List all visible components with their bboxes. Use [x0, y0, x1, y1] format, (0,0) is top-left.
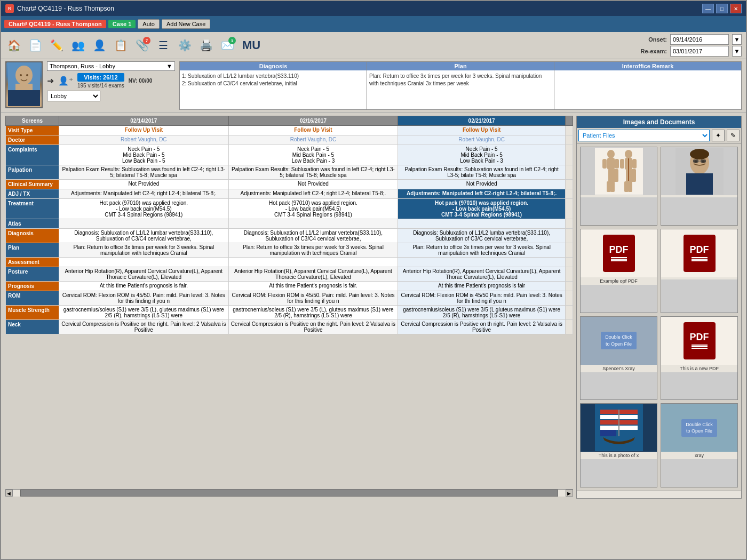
new-document-button[interactable]: 📄 — [27, 37, 44, 54]
attachment-button[interactable]: 📎 7 — [133, 37, 150, 54]
spencers-xray-thumb[interactable]: Double Clickto Open File Spencer's Xray — [580, 316, 657, 401]
cell-col1[interactable]: Diagnosis: Subluxation of L1/L2 lumbar v… — [59, 229, 229, 243]
row-label: ROM — [6, 291, 59, 306]
minimize-button[interactable]: — — [702, 4, 714, 13]
lobby-select[interactable]: Lobby — [47, 91, 100, 101]
cell-col3[interactable]: At this time Patient's prognosis is fair — [398, 282, 566, 291]
onset-dropdown[interactable]: ▼ — [732, 34, 742, 45]
pdf-thumb-2[interactable]: PDF — [661, 229, 738, 313]
mail-button[interactable]: ✉️ 1 — [219, 37, 236, 54]
horizontal-scrollbar[interactable]: ◄ ► — [5, 489, 573, 497]
cell-col2[interactable]: Diagnosis: Subluxation of L1/L2 lumbar v… — [228, 229, 398, 243]
cell-col2[interactable] — [228, 219, 398, 229]
cell-col3[interactable] — [398, 258, 566, 267]
pdf-thumb-1[interactable]: PDF Example opf PDF — [580, 229, 657, 313]
nv-label: NV: 00/00 — [129, 78, 152, 84]
chart-tag[interactable]: Chart# QC4119 - Russ Thompson — [4, 20, 106, 28]
mu-label[interactable]: MU — [242, 38, 260, 52]
cell-col2[interactable]: Neck Pain - 5Mid Back Pain - 5Low Back P… — [228, 145, 398, 165]
table-row: Treatment Hot pack (97010) was applied r… — [6, 199, 573, 219]
cell-col1[interactable]: Robert Vaughn, DC — [59, 135, 229, 145]
cell-col1[interactable]: Not Provided — [59, 180, 229, 189]
home-button[interactable]: 🏠 — [5, 37, 22, 54]
cell-col3[interactable]: Diagnosis: Subluxation of L1/L2 lumba ve… — [398, 229, 566, 243]
xray-thumb[interactable]: Double Clickto Open File xray — [661, 403, 738, 487]
cell-col3[interactable]: Robert Vaughn, DC — [398, 135, 566, 145]
scroll-left-button[interactable]: ◄ — [5, 490, 13, 497]
cell-col1[interactable]: Palpation Exam Results: Subluxation was … — [59, 165, 229, 180]
cell-col1[interactable]: Cervical ROM: Flexion ROM is 45/50. Pain… — [59, 291, 229, 306]
cell-col1[interactable]: gastrocnemius/soleus (S1) were 3/5 (L), … — [59, 306, 229, 320]
cell-col2[interactable]: Anterior Hip Rotation(R), Apparent Cervi… — [228, 267, 398, 282]
cell-col2[interactable]: Robert Vaughn, DC — [228, 135, 398, 145]
col-date-1[interactable]: 02/14/2017 — [59, 116, 229, 126]
patient-photo-thumb[interactable] — [661, 147, 738, 226]
cell-col2[interactable]: Hot pack (97010) was applied region. - L… — [228, 199, 398, 219]
cell-col3[interactable] — [398, 219, 566, 229]
flag-photo-thumb[interactable]: This is a photo of x — [580, 403, 657, 487]
images-scrollbar[interactable] — [577, 491, 741, 498]
table-row: Complaints Neck Pain - 5Mid Back Pain - … — [6, 145, 573, 165]
cell-col3[interactable]: Hot pack (97010) was applied region. - L… — [398, 199, 566, 219]
new-pdf-thumb[interactable]: PDF This is a new PDF — [661, 316, 738, 401]
cell-col3[interactable]: Adjustments: Manipulated left C2-right L… — [398, 189, 566, 199]
anatomy-thumb[interactable] — [580, 147, 657, 226]
cell-col2[interactable]: Adjustments: Manipulated left C2-4; righ… — [228, 189, 398, 199]
images-add-button[interactable]: ✦ — [712, 130, 725, 141]
cell-col3[interactable]: Palpation Exam Results: Subluxation was … — [398, 165, 566, 180]
maximize-button[interactable]: □ — [716, 4, 728, 13]
cell-col3[interactable]: Cervical ROM: Flexion ROM is 45/50 Pain:… — [398, 291, 566, 306]
cell-col3[interactable]: Neck Pain - 5Mid Back Pain - 5Low Back P… — [398, 145, 566, 165]
notes-button[interactable]: 📋 — [112, 37, 129, 54]
onset-input[interactable] — [670, 34, 729, 45]
cell-col2[interactable]: gastrocnemius/soleus (S1) were 3/5 (L), … — [228, 306, 398, 320]
images-dropdown[interactable]: Patient Files — [578, 130, 710, 141]
case-tag[interactable]: Case 1 — [108, 20, 136, 28]
cell-col2[interactable]: At this time Patient's prognosis is fair… — [228, 282, 398, 291]
prev-patient-button[interactable]: ➜ — [47, 76, 54, 86]
images-edit-button[interactable]: ✎ — [727, 130, 740, 141]
copy-button[interactable]: 🖨️ — [197, 37, 214, 54]
diagnosis-header: Diagnosis — [180, 62, 367, 70]
cell-col2[interactable]: Follow Up Visit — [228, 126, 398, 135]
table-scroll[interactable]: Screens 02/14/2017 02/16/2017 02/21/2017… — [5, 116, 573, 489]
col-date-2[interactable]: 02/16/2017 — [228, 116, 398, 126]
cell-col1[interactable]: Neck Pain - 5Mid Back Pain - 5Low Back P… — [59, 145, 229, 165]
patient-name-field[interactable]: Thompson, Russ - Lobby ▼ — [47, 61, 175, 71]
cell-col1[interactable]: Hot pack (97010) was applied region. - L… — [59, 199, 229, 219]
cell-col2[interactable]: Cervical Compression is Positive on the … — [228, 320, 398, 334]
cell-col1[interactable]: Plan: Return to office 3x times per week… — [59, 243, 229, 258]
cell-col3[interactable]: Follow Up Visit — [398, 126, 566, 135]
cell-col2[interactable]: Plan: Return to office 3x times per week… — [228, 243, 398, 258]
cell-col3[interactable]: gastrocnemius/soleus (S1) were 3/5 (L gl… — [398, 306, 566, 320]
cell-col1[interactable]: At this time Patient's prognosis is fair… — [59, 282, 229, 291]
menu-icon-button[interactable]: ☰ — [155, 37, 172, 54]
flag-visual — [581, 404, 657, 452]
reexam-dropdown[interactable]: ▼ — [732, 46, 742, 57]
list-button[interactable]: 👥 — [69, 37, 86, 54]
cell-col2[interactable]: Not Provided — [228, 180, 398, 189]
person-button[interactable]: 👤 — [91, 37, 108, 54]
cell-col1[interactable]: Adjustments: Manipulated left C2-4; righ… — [59, 189, 229, 199]
cell-col2[interactable] — [228, 258, 398, 267]
add-new-case-menu-item[interactable]: Add New Case — [162, 19, 210, 29]
close-button[interactable]: ✕ — [730, 4, 742, 13]
cell-col1[interactable]: Anterior Hip Rotation(R), Apparent Cervi… — [59, 267, 229, 282]
col-date-3[interactable]: 02/21/2017 — [398, 116, 566, 126]
cell-col3[interactable]: Anterior Hip Rotation(R), Apparent Cervi… — [398, 267, 566, 282]
scroll-right-button[interactable]: ► — [566, 490, 573, 497]
cell-col3[interactable]: Not Provided — [398, 180, 566, 189]
cell-col1[interactable]: Cervical Compression is Positive on the … — [59, 320, 229, 334]
scroll-thumb[interactable] — [20, 490, 558, 497]
cell-col2[interactable]: Cervical ROM: Flexion ROM is 45/50. Pain… — [228, 291, 398, 306]
edit-button[interactable]: ✏️ — [48, 37, 65, 54]
cell-col1[interactable]: Follow Up Visit — [59, 126, 229, 135]
analytics-button[interactable]: ⚙️ — [176, 37, 193, 54]
cell-col1[interactable] — [59, 258, 229, 267]
cell-col3[interactable]: Cervical Compression is Positive on th r… — [398, 320, 566, 334]
cell-col3[interactable]: Plan: Return to office 3x times per wee … — [398, 243, 566, 258]
reexam-input[interactable] — [670, 46, 729, 57]
cell-col2[interactable]: Palpation Exam Results: Subluxation was … — [228, 165, 398, 180]
auto-menu-item[interactable]: Auto — [138, 19, 160, 29]
cell-col1[interactable] — [59, 219, 229, 229]
